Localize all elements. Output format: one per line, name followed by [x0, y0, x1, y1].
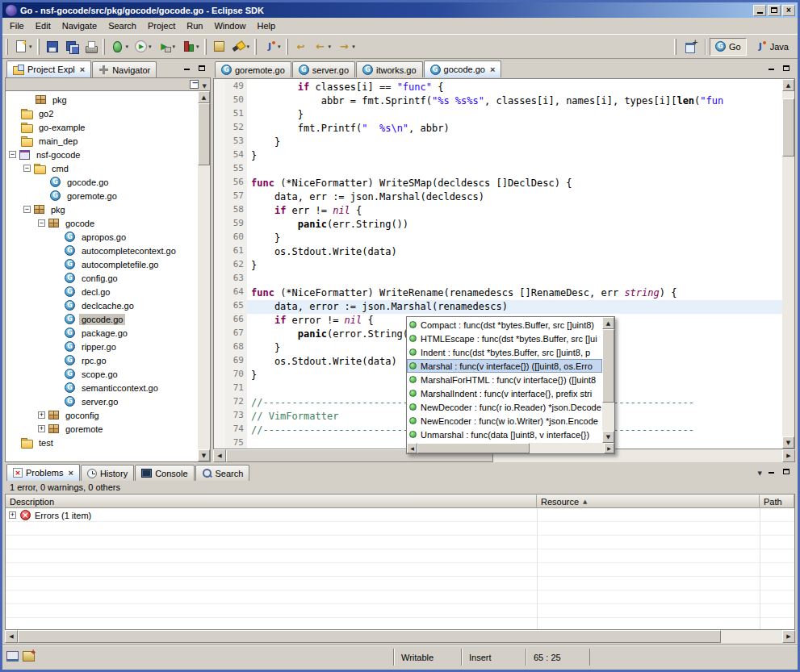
column-header-path[interactable]: Path: [760, 495, 794, 508]
tree-item[interactable]: package.go: [6, 326, 198, 340]
tree-item[interactable]: semanticcontext.go: [6, 381, 198, 394]
menu-navigate[interactable]: Navigate: [57, 19, 103, 33]
tree-item[interactable]: −nsf-gocode: [6, 148, 198, 161]
fast-view-icon[interactable]: [6, 651, 19, 662]
autocomplete-item[interactable]: MarshalIndent : func(v interface{}, pref…: [407, 386, 602, 400]
expand-minus-icon[interactable]: −: [23, 165, 31, 172]
run-button[interactable]: ▾: [132, 37, 154, 56]
dropdown-arrow-icon[interactable]: ▾: [247, 44, 250, 50]
scroll-arrow-icon[interactable]: ▲: [602, 317, 614, 329]
tab-goremote-go[interactable]: goremote.go: [215, 61, 291, 77]
scroll-arrow-icon[interactable]: ▼: [198, 449, 210, 461]
tree-item[interactable]: gocode.go: [6, 175, 198, 189]
minimize-view-icon[interactable]: [180, 63, 193, 74]
scroll-track[interactable]: [198, 103, 210, 449]
print-button[interactable]: [82, 37, 100, 56]
dropdown-arrow-icon[interactable]: ▾: [329, 44, 332, 50]
save-button[interactable]: [44, 37, 61, 56]
dropdown-arrow-icon[interactable]: ▾: [352, 44, 355, 50]
scroll-track[interactable]: [782, 91, 794, 436]
search-button[interactable]: ▾: [230, 37, 253, 56]
autocomplete-item[interactable]: Unmarshal : func(data []uint8, v interfa…: [407, 428, 602, 441]
dropdown-arrow-icon[interactable]: ▾: [149, 44, 152, 50]
maximize-view-icon[interactable]: [195, 63, 208, 74]
scroll-arrow-icon[interactable]: ◀: [213, 449, 226, 462]
tree-item[interactable]: autocompletefile.go: [6, 257, 198, 271]
tab-project-expl[interactable]: Project Expl×: [6, 61, 91, 77]
expand-minus-icon[interactable]: −: [23, 206, 31, 213]
tree-item[interactable]: goremote.go: [6, 189, 198, 202]
menu-search[interactable]: Search: [103, 19, 142, 33]
autocomplete-scrollbar[interactable]: ▲▼: [602, 317, 614, 443]
forward-button[interactable]: ▾: [335, 37, 358, 56]
menu-project[interactable]: Project: [142, 19, 181, 33]
perspective-java[interactable]: Java: [748, 38, 794, 56]
tab-search[interactable]: Search: [195, 465, 250, 481]
scroll-arrow-icon[interactable]: ◀: [5, 630, 18, 643]
tree-item[interactable]: server.go: [6, 394, 198, 408]
tree-item[interactable]: main_dep: [6, 134, 198, 148]
dropdown-arrow-icon[interactable]: ▾: [278, 44, 281, 50]
tree-item[interactable]: go2: [6, 106, 198, 120]
tree-item[interactable]: −cmd: [6, 161, 198, 175]
scroll-thumb[interactable]: [602, 329, 614, 403]
save-all-button[interactable]: [63, 37, 81, 56]
scroll-arrow-icon[interactable]: ▲: [198, 91, 210, 103]
collapse-all-icon[interactable]: [190, 80, 199, 89]
tree-item[interactable]: go-example: [6, 120, 198, 134]
menu-edit[interactable]: Edit: [30, 19, 57, 33]
dropdown-arrow-icon[interactable]: ▾: [29, 44, 32, 50]
problems-row[interactable]: +Errors (1 item): [6, 508, 794, 522]
tree-item[interactable]: −gocode: [6, 216, 198, 230]
close-button[interactable]: ×: [782, 5, 795, 16]
open-perspective-button[interactable]: [682, 37, 700, 56]
scroll-arrow-icon[interactable]: ▲: [782, 79, 794, 91]
expand-plus-icon[interactable]: +: [9, 511, 16, 519]
scroll-thumb[interactable]: [198, 103, 210, 165]
project-tree[interactable]: pkggo2go-examplemain_dep−nsf-gocode−cmdg…: [5, 90, 211, 462]
java-element-button[interactable]: ▾: [261, 37, 283, 56]
scroll-track[interactable]: [18, 630, 782, 643]
tab-console[interactable]: Console: [135, 465, 194, 481]
scroll-arrow-icon[interactable]: ▶: [782, 449, 795, 462]
expand-minus-icon[interactable]: −: [9, 151, 16, 158]
autocomplete-item[interactable]: HTMLEscape : func(dst *bytes.Buffer, src…: [407, 332, 602, 345]
scroll-track[interactable]: [602, 329, 614, 431]
minimize-editor-icon[interactable]: [764, 63, 777, 74]
maximize-editor-icon[interactable]: [780, 63, 793, 74]
scroll-arrow-icon[interactable]: ▼: [602, 431, 614, 443]
tab-navigator[interactable]: Navigator: [92, 61, 157, 77]
problems-hscrollbar[interactable]: ◀▶: [5, 630, 795, 643]
scroll-track[interactable]: [417, 443, 604, 453]
tree-item[interactable]: scope.go: [6, 367, 198, 381]
tab-server-go[interactable]: server.go: [292, 61, 355, 77]
new-package-button[interactable]: [211, 37, 228, 56]
editor-vertical-scrollbar[interactable]: ▲▼: [782, 79, 794, 449]
maximize-button[interactable]: [768, 5, 781, 16]
maximize-view-icon[interactable]: [780, 466, 793, 478]
coverage-button[interactable]: ▾: [179, 37, 202, 56]
autocomplete-item[interactable]: Indent : func(dst *bytes.Buffer, src []u…: [407, 345, 602, 359]
close-icon[interactable]: ×: [68, 469, 73, 477]
autocomplete-item[interactable]: MarshalForHTML : func(v interface{}) ([]…: [407, 373, 602, 386]
minimize-view-icon[interactable]: [764, 466, 777, 478]
autocomplete-item[interactable]: NewDecoder : func(r io.Reader) *json.Dec…: [407, 400, 602, 414]
menu-run[interactable]: Run: [181, 19, 208, 33]
expand-minus-icon[interactable]: −: [38, 219, 45, 227]
dropdown-arrow-icon[interactable]: ▾: [126, 44, 129, 50]
scroll-thumb[interactable]: [782, 98, 794, 157]
tree-item[interactable]: autocompletecontext.go: [6, 244, 198, 257]
tab-history[interactable]: History: [81, 465, 134, 481]
tree-item[interactable]: test: [6, 436, 198, 449]
titlebar[interactable]: Go - nsf-gocode/src/pkg/gocode/gocode.go…: [2, 2, 798, 18]
tree-item[interactable]: ripper.go: [6, 340, 198, 353]
menu-help[interactable]: Help: [252, 19, 282, 33]
tree-item[interactable]: rpc.go: [6, 353, 198, 367]
tree-item[interactable]: config.go: [6, 271, 198, 285]
close-icon[interactable]: ×: [490, 65, 495, 73]
tree-item[interactable]: declcache.go: [6, 298, 198, 312]
tab-gocode-go[interactable]: gocode.go×: [424, 61, 502, 77]
back-button[interactable]: ▾: [312, 37, 334, 56]
menu-file[interactable]: File: [4, 19, 30, 33]
dropdown-arrow-icon[interactable]: ▾: [173, 44, 176, 50]
